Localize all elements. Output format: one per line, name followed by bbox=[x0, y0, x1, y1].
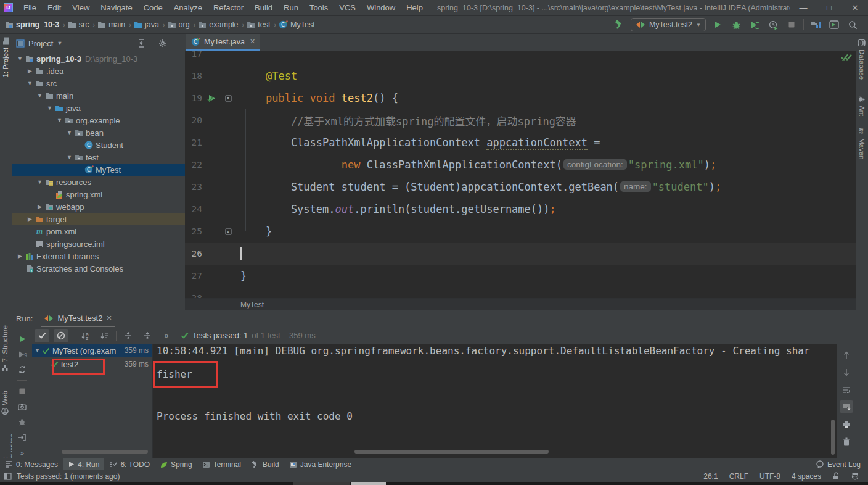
tree-item-spring-xml[interactable]: spring.xml bbox=[12, 188, 185, 201]
stripe-maven[interactable]: mMaven bbox=[858, 126, 866, 160]
build-hammer-icon[interactable] bbox=[612, 18, 626, 31]
breadcrumb-src[interactable]: src bbox=[68, 20, 89, 29]
breadcrumb-mytest[interactable]: CMyTest bbox=[279, 20, 315, 29]
stripe-web[interactable]: Web bbox=[1, 391, 9, 415]
tree-item-src[interactable]: ▼src bbox=[12, 77, 185, 89]
hide-panel-icon[interactable]: — bbox=[173, 39, 181, 48]
breadcrumb-main[interactable]: main bbox=[97, 20, 125, 29]
menu-file[interactable]: File bbox=[18, 0, 42, 16]
maximize-button[interactable]: □ bbox=[816, 0, 842, 15]
menu-code[interactable]: Code bbox=[138, 0, 168, 16]
up-icon[interactable] bbox=[840, 349, 853, 361]
tree-expander-icon[interactable]: ▼ bbox=[65, 130, 73, 136]
stripe-database[interactable]: Database bbox=[858, 39, 866, 80]
stop-icon[interactable] bbox=[785, 18, 798, 31]
expand-all-icon[interactable] bbox=[121, 329, 136, 342]
tree-item-test[interactable]: ▼test bbox=[12, 151, 185, 164]
tree-item-scratches-and-consoles[interactable]: Scratches and Consoles bbox=[12, 262, 185, 275]
run-console[interactable]: 10:58:44.921 [main] DEBUG org.springfram… bbox=[152, 344, 837, 458]
editor-tab-mytest[interactable]: C MyTest.java ✕ bbox=[186, 34, 260, 51]
line-ending-widget[interactable]: CRLF bbox=[729, 472, 748, 481]
toolwindow-button-spring[interactable]: Spring bbox=[155, 458, 197, 471]
tree-item-resources[interactable]: ▼resources bbox=[12, 176, 185, 188]
tree-item-org-example[interactable]: ▼org.example bbox=[12, 114, 185, 126]
run-icon[interactable] bbox=[711, 18, 724, 31]
collapse-all-icon[interactable] bbox=[140, 329, 155, 342]
stripe-project[interactable]: 1: Project bbox=[1, 38, 10, 78]
more-icon[interactable]: » bbox=[16, 448, 28, 458]
menu-build[interactable]: Build bbox=[249, 0, 278, 16]
toolwindow-toggle-icon[interactable] bbox=[4, 473, 12, 480]
code-editor[interactable]: 1718 @Test19▾ public void test2() {20 //… bbox=[185, 51, 856, 298]
rerun-failed-icon[interactable]: 9 bbox=[16, 349, 28, 359]
stripe-structure[interactable]: 7: Structure bbox=[1, 325, 9, 371]
tree-item-spring-10-3[interactable]: ▼spring_10-3D:\spring_10-3 bbox=[12, 52, 185, 65]
run-tab-mytest-test2[interactable]: MyTest.test2 ✕ bbox=[41, 310, 114, 327]
close-button[interactable]: ✕ bbox=[842, 0, 868, 15]
search-icon[interactable] bbox=[846, 18, 859, 31]
event-log-button[interactable]: Event Log bbox=[816, 460, 868, 469]
attach-debug-icon[interactable] bbox=[16, 417, 28, 427]
toolwindow-button-java-enterprise[interactable]: Java Enterprise bbox=[284, 458, 356, 471]
tree-expander-icon[interactable]: ▶ bbox=[36, 204, 44, 210]
down-icon[interactable] bbox=[840, 366, 853, 378]
menu-navigate[interactable]: Navigate bbox=[95, 0, 137, 16]
clear-icon[interactable] bbox=[840, 435, 853, 447]
fold-close-icon[interactable]: ▴ bbox=[221, 228, 235, 235]
tree-item-pom-xml[interactable]: mpom.xml bbox=[12, 225, 185, 238]
auto-test-icon[interactable] bbox=[16, 365, 28, 375]
run-anything-icon[interactable] bbox=[827, 18, 841, 31]
toolwindow-button-terminal[interactable]: Terminal bbox=[197, 458, 246, 471]
softwrap-icon[interactable] bbox=[840, 383, 853, 396]
tree-expander-icon[interactable]: ▼ bbox=[35, 347, 42, 354]
encoding-widget[interactable]: UTF-8 bbox=[760, 472, 780, 481]
show-passed-icon[interactable] bbox=[35, 329, 49, 342]
tree-expander-icon[interactable]: ▶ bbox=[26, 68, 34, 74]
run-configuration-select[interactable]: MyTest.test2▼ bbox=[631, 18, 706, 31]
tree-expander-icon[interactable]: ▼ bbox=[16, 56, 24, 62]
tree-horizontal-scrollbar[interactable] bbox=[62, 450, 148, 454]
breadcrumb-java[interactable]: java bbox=[134, 20, 159, 29]
editor-breadcrumb[interactable]: MyTest bbox=[185, 298, 856, 310]
stripe-ant[interactable]: Ant bbox=[858, 96, 866, 116]
tree-expander-icon[interactable]: ▼ bbox=[55, 117, 63, 123]
fold-open-icon[interactable]: ▾ bbox=[221, 95, 235, 102]
tree-expander-icon[interactable]: ▼ bbox=[46, 105, 54, 111]
console-horizontal-scrollbar[interactable] bbox=[354, 450, 549, 454]
menu-view[interactable]: View bbox=[67, 0, 95, 16]
menu-tools[interactable]: Tools bbox=[304, 0, 334, 16]
profiler-icon[interactable] bbox=[766, 18, 780, 31]
menu-edit[interactable]: Edit bbox=[42, 0, 67, 16]
tree-expander-icon[interactable]: ▼ bbox=[65, 154, 73, 160]
toolwindow-button-6-todo[interactable]: 6: TODO bbox=[104, 458, 155, 471]
menu-vcs[interactable]: VCS bbox=[334, 0, 361, 16]
scroll-end-icon[interactable] bbox=[840, 400, 853, 413]
sort-alpha-icon[interactable]: az bbox=[78, 329, 92, 342]
tree-item-main[interactable]: ▼main bbox=[12, 89, 185, 102]
tree-item-student[interactable]: CStudent bbox=[12, 139, 185, 151]
indent-widget[interactable]: 4 spaces bbox=[792, 472, 821, 481]
more-chevron-icon[interactable]: » bbox=[159, 329, 174, 342]
tree-item-webapp[interactable]: ▶webapp bbox=[12, 201, 185, 213]
collapse-all-icon[interactable] bbox=[137, 39, 145, 48]
gear-icon[interactable] bbox=[158, 39, 167, 48]
coverage-icon[interactable] bbox=[748, 18, 761, 31]
tree-item-bean[interactable]: ▼bean bbox=[12, 126, 185, 139]
menu-refactor[interactable]: Refactor bbox=[208, 0, 249, 16]
stop-icon[interactable] bbox=[16, 386, 28, 396]
toolwindow-button-0-messages[interactable]: 0: Messages bbox=[0, 458, 63, 471]
caret-position-widget[interactable]: 26:1 bbox=[703, 472, 718, 481]
breadcrumb-spring_10-3[interactable]: spring_10-3 bbox=[5, 20, 59, 29]
minimize-button[interactable]: — bbox=[790, 0, 816, 15]
breadcrumb-example[interactable]: example bbox=[198, 20, 238, 29]
tree-item-mytest[interactable]: CMyTest bbox=[12, 164, 185, 176]
tree-expander-icon[interactable]: ▼ bbox=[36, 179, 44, 185]
grazie-icon[interactable] bbox=[851, 472, 859, 480]
rerun-icon[interactable] bbox=[16, 334, 28, 344]
close-tab-icon[interactable]: ✕ bbox=[250, 38, 255, 46]
status-message[interactable]: Tests passed: 1 (moments ago) bbox=[17, 472, 120, 481]
show-ignored-icon[interactable] bbox=[54, 329, 68, 342]
close-run-tab-icon[interactable]: ✕ bbox=[106, 314, 112, 322]
sort-duration-icon[interactable] bbox=[97, 329, 112, 342]
unlock-icon[interactable] bbox=[832, 472, 840, 480]
